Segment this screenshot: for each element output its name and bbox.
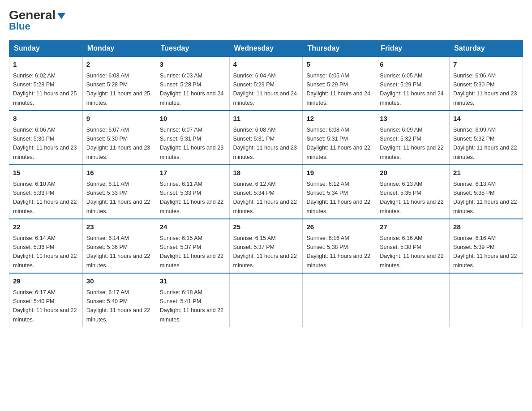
calendar-week-row: 15 Sunrise: 6:10 AMSunset: 5:33 PMDaylig…	[9, 165, 523, 219]
day-info: Sunrise: 6:15 AMSunset: 5:37 PMDaylight:…	[160, 235, 223, 269]
day-info: Sunrise: 6:11 AMSunset: 5:33 PMDaylight:…	[86, 181, 150, 214]
day-number: 22	[13, 222, 79, 232]
day-info: Sunrise: 6:03 AMSunset: 5:28 PMDaylight:…	[86, 73, 150, 106]
day-number: 14	[453, 114, 519, 124]
calendar-day-cell: 20 Sunrise: 6:13 AMSunset: 5:35 PMDaylig…	[376, 165, 450, 219]
calendar-day-cell: 9 Sunrise: 6:07 AMSunset: 5:30 PMDayligh…	[82, 111, 156, 165]
calendar-header-sunday: Sunday	[9, 41, 83, 57]
day-number: 17	[160, 168, 226, 178]
calendar-day-cell: 31 Sunrise: 6:18 AMSunset: 5:41 PMDaylig…	[156, 273, 229, 327]
day-info: Sunrise: 6:17 AMSunset: 5:40 PMDaylight:…	[13, 289, 77, 323]
calendar-day-cell: 4 Sunrise: 6:04 AMSunset: 5:29 PMDayligh…	[229, 56, 303, 111]
day-info: Sunrise: 6:08 AMSunset: 5:31 PMDaylight:…	[306, 127, 370, 160]
calendar-day-cell: 8 Sunrise: 6:06 AMSunset: 5:30 PMDayligh…	[9, 111, 83, 165]
calendar-header-monday: Monday	[82, 41, 156, 57]
calendar-day-cell: 16 Sunrise: 6:11 AMSunset: 5:33 PMDaylig…	[82, 165, 156, 219]
day-number: 30	[86, 276, 152, 287]
calendar-header-row: SundayMondayTuesdayWednesdayThursdayFrid…	[9, 41, 523, 57]
calendar-day-cell: 30 Sunrise: 6:17 AMSunset: 5:40 PMDaylig…	[82, 273, 156, 327]
day-info: Sunrise: 6:09 AMSunset: 5:32 PMDaylight:…	[453, 127, 517, 160]
day-info: Sunrise: 6:05 AMSunset: 5:29 PMDaylight:…	[380, 73, 443, 106]
day-number: 23	[86, 222, 152, 232]
day-info: Sunrise: 6:16 AMSunset: 5:38 PMDaylight:…	[306, 235, 370, 269]
day-info: Sunrise: 6:11 AMSunset: 5:33 PMDaylight:…	[160, 181, 223, 214]
day-info: Sunrise: 6:02 AMSunset: 5:28 PMDaylight:…	[13, 73, 77, 106]
calendar-day-cell: 5 Sunrise: 6:05 AMSunset: 5:29 PMDayligh…	[303, 56, 376, 111]
day-number: 2	[86, 60, 152, 70]
day-info: Sunrise: 6:16 AMSunset: 5:39 PMDaylight:…	[453, 235, 517, 269]
calendar-day-cell: 17 Sunrise: 6:11 AMSunset: 5:33 PMDaylig…	[156, 165, 229, 219]
day-number: 4	[233, 60, 299, 70]
calendar-day-cell: 3 Sunrise: 6:03 AMSunset: 5:28 PMDayligh…	[156, 56, 229, 111]
calendar-header-tuesday: Tuesday	[156, 41, 229, 57]
calendar-week-row: 8 Sunrise: 6:06 AMSunset: 5:30 PMDayligh…	[9, 111, 523, 165]
day-number: 27	[380, 222, 446, 232]
day-info: Sunrise: 6:13 AMSunset: 5:35 PMDaylight:…	[380, 181, 443, 214]
calendar-day-cell: 15 Sunrise: 6:10 AMSunset: 5:33 PMDaylig…	[9, 165, 83, 219]
day-info: Sunrise: 6:06 AMSunset: 5:30 PMDaylight:…	[453, 73, 517, 106]
day-info: Sunrise: 6:13 AMSunset: 5:35 PMDaylight:…	[453, 181, 517, 214]
calendar-week-row: 29 Sunrise: 6:17 AMSunset: 5:40 PMDaylig…	[9, 273, 523, 327]
day-info: Sunrise: 6:07 AMSunset: 5:31 PMDaylight:…	[160, 127, 223, 160]
calendar-day-cell: 1 Sunrise: 6:02 AMSunset: 5:28 PMDayligh…	[9, 56, 83, 111]
day-number: 11	[233, 114, 299, 124]
day-number: 9	[86, 114, 152, 124]
day-info: Sunrise: 6:10 AMSunset: 5:33 PMDaylight:…	[13, 181, 77, 214]
day-info: Sunrise: 6:14 AMSunset: 5:36 PMDaylight:…	[13, 235, 77, 269]
day-number: 1	[13, 60, 79, 70]
calendar-day-cell: 25 Sunrise: 6:15 AMSunset: 5:37 PMDaylig…	[229, 219, 303, 273]
day-number: 16	[86, 168, 152, 178]
calendar-day-cell: 6 Sunrise: 6:05 AMSunset: 5:29 PMDayligh…	[376, 56, 450, 111]
logo: General Blue	[9, 9, 65, 32]
calendar-table: SundayMondayTuesdayWednesdayThursdayFrid…	[9, 40, 523, 327]
day-number: 20	[380, 168, 446, 178]
day-number: 7	[453, 60, 519, 70]
calendar-day-cell: 7 Sunrise: 6:06 AMSunset: 5:30 PMDayligh…	[450, 56, 523, 111]
day-number: 29	[13, 276, 79, 287]
day-number: 13	[380, 114, 446, 124]
logo-blue: Blue	[9, 21, 30, 32]
calendar-day-cell	[450, 273, 523, 327]
calendar-day-cell: 22 Sunrise: 6:14 AMSunset: 5:36 PMDaylig…	[9, 219, 83, 273]
day-number: 6	[380, 60, 446, 70]
calendar-day-cell: 28 Sunrise: 6:16 AMSunset: 5:39 PMDaylig…	[450, 219, 523, 273]
calendar-day-cell: 13 Sunrise: 6:09 AMSunset: 5:32 PMDaylig…	[376, 111, 450, 165]
calendar-day-cell: 27 Sunrise: 6:16 AMSunset: 5:38 PMDaylig…	[376, 219, 450, 273]
calendar-day-cell	[376, 273, 450, 327]
day-info: Sunrise: 6:03 AMSunset: 5:28 PMDaylight:…	[160, 73, 223, 106]
calendar-day-cell: 2 Sunrise: 6:03 AMSunset: 5:28 PMDayligh…	[82, 56, 156, 111]
day-number: 25	[233, 222, 299, 232]
day-info: Sunrise: 6:12 AMSunset: 5:34 PMDaylight:…	[233, 181, 297, 214]
day-number: 19	[306, 168, 372, 178]
day-number: 21	[453, 168, 519, 178]
calendar-header-thursday: Thursday	[303, 41, 376, 57]
calendar-day-cell: 21 Sunrise: 6:13 AMSunset: 5:35 PMDaylig…	[450, 165, 523, 219]
day-number: 10	[160, 114, 226, 124]
calendar-day-cell: 14 Sunrise: 6:09 AMSunset: 5:32 PMDaylig…	[450, 111, 523, 165]
calendar-day-cell: 26 Sunrise: 6:16 AMSunset: 5:38 PMDaylig…	[303, 219, 376, 273]
calendar-day-cell: 24 Sunrise: 6:15 AMSunset: 5:37 PMDaylig…	[156, 219, 229, 273]
day-info: Sunrise: 6:17 AMSunset: 5:40 PMDaylight:…	[86, 289, 150, 323]
calendar-day-cell: 11 Sunrise: 6:08 AMSunset: 5:31 PMDaylig…	[229, 111, 303, 165]
calendar-day-cell	[303, 273, 376, 327]
day-number: 15	[13, 168, 79, 178]
calendar-header-saturday: Saturday	[450, 41, 523, 57]
day-number: 3	[160, 60, 226, 70]
day-number: 12	[306, 114, 372, 124]
calendar-header-friday: Friday	[376, 41, 450, 57]
calendar-day-cell	[229, 273, 303, 327]
calendar-week-row: 1 Sunrise: 6:02 AMSunset: 5:28 PMDayligh…	[9, 56, 523, 111]
calendar-week-row: 22 Sunrise: 6:14 AMSunset: 5:36 PMDaylig…	[9, 219, 523, 273]
logo-text: General	[9, 9, 65, 21]
day-info: Sunrise: 6:08 AMSunset: 5:31 PMDaylight:…	[233, 127, 297, 160]
day-number: 28	[453, 222, 519, 232]
calendar-day-cell: 10 Sunrise: 6:07 AMSunset: 5:31 PMDaylig…	[156, 111, 229, 165]
calendar-header-wednesday: Wednesday	[229, 41, 303, 57]
calendar-day-cell: 19 Sunrise: 6:12 AMSunset: 5:34 PMDaylig…	[303, 165, 376, 219]
calendar-day-cell: 12 Sunrise: 6:08 AMSunset: 5:31 PMDaylig…	[303, 111, 376, 165]
day-number: 24	[160, 222, 226, 232]
day-info: Sunrise: 6:12 AMSunset: 5:34 PMDaylight:…	[306, 181, 370, 214]
day-info: Sunrise: 6:14 AMSunset: 5:36 PMDaylight:…	[86, 235, 150, 269]
day-info: Sunrise: 6:04 AMSunset: 5:29 PMDaylight:…	[233, 73, 297, 106]
day-number: 8	[13, 114, 79, 124]
